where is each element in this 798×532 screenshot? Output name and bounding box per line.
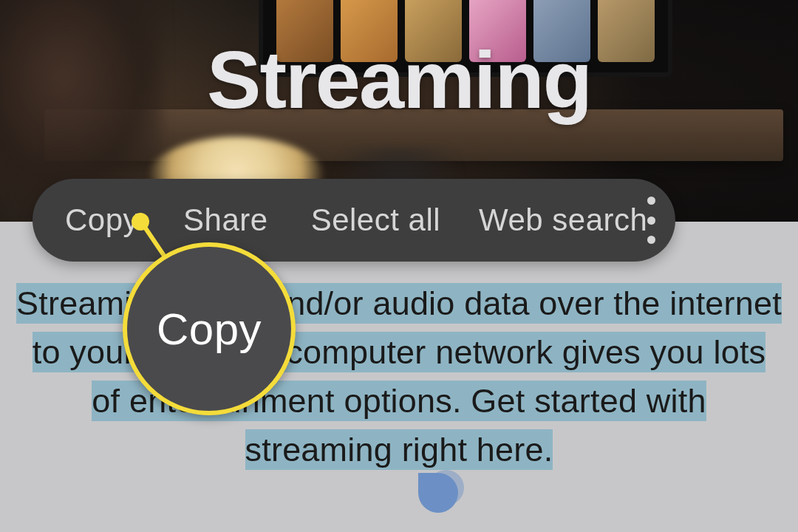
menu-item-share[interactable]: Share bbox=[183, 202, 268, 238]
copy-callout-label: Copy bbox=[157, 304, 262, 355]
tv-tile bbox=[276, 0, 333, 62]
tv-tile bbox=[598, 0, 655, 62]
callout-connector-dot bbox=[132, 213, 149, 231]
tv-tile bbox=[405, 0, 462, 62]
menu-item-web-search[interactable]: Web search bbox=[479, 202, 647, 238]
tv-tile bbox=[341, 0, 398, 62]
tv-screen bbox=[259, 0, 672, 77]
menu-item-copy[interactable]: Copy bbox=[65, 202, 139, 238]
more-options-icon[interactable] bbox=[647, 194, 655, 247]
screen: Streaming Copy Share Select all Web sear… bbox=[0, 0, 798, 532]
selection-end-handle[interactable] bbox=[418, 473, 458, 513]
menu-item-select-all[interactable]: Select all bbox=[311, 202, 440, 238]
text-selection-menu: Copy Share Select all Web search bbox=[33, 179, 675, 262]
tv-tile bbox=[469, 0, 526, 62]
copy-callout-magnifier: Copy bbox=[123, 242, 296, 415]
tv-tile bbox=[533, 0, 590, 62]
